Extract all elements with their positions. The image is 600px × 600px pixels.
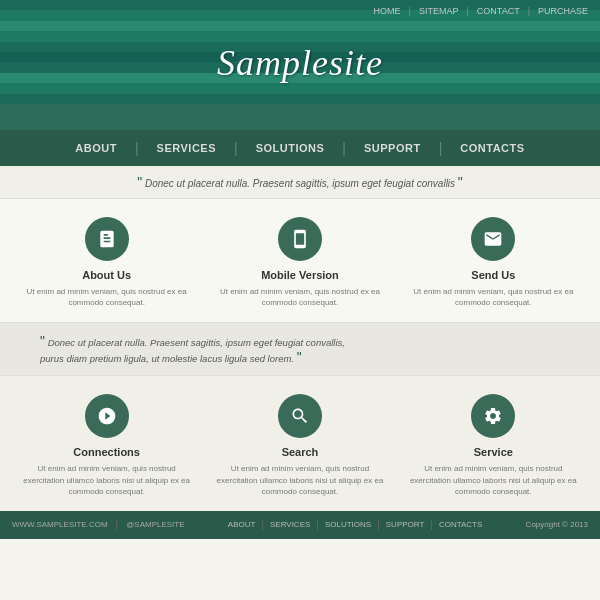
service-service: Service Ut enim ad minim veniam, quis no… xyxy=(406,394,580,497)
service-search-text: Ut enim ad minim veniam, quis nostrud ex… xyxy=(213,463,387,497)
header-banner: HOME | SITEMAP | CONTACT | PURCHASE Samp… xyxy=(0,0,600,130)
feature-about-text: Ut enim ad minim veniam, quis nostrud ex… xyxy=(20,286,194,308)
about-icon xyxy=(85,217,129,261)
service-connections-text: Ut enim ad minim veniam, quis nostrud ex… xyxy=(20,463,194,497)
footer-copyright: Copyright © 2013 xyxy=(526,520,588,529)
top-nav-sitemap[interactable]: SITEMAP xyxy=(419,6,459,16)
site-title: Samplesite xyxy=(0,22,600,94)
quote-bar-1: " Donec ut placerat nulla. Praesent sagi… xyxy=(0,166,600,199)
top-nav-home[interactable]: HOME xyxy=(374,6,401,16)
main-nav-about[interactable]: ABOUT xyxy=(57,142,135,154)
feature-send-title: Send Us xyxy=(406,269,580,281)
service-service-title: Service xyxy=(406,446,580,458)
service-search: Search Ut enim ad minim veniam, quis nos… xyxy=(213,394,387,497)
top-nav-purchase[interactable]: PURCHASE xyxy=(538,6,588,16)
service-connections-title: Connections xyxy=(20,446,194,458)
footer-nav-about[interactable]: ABOUT xyxy=(228,520,256,529)
footer-website[interactable]: WWW.SAMPLESITE.COM xyxy=(12,520,108,529)
main-nav: ABOUT | SERVICES | SOLUTIONS | SUPPORT |… xyxy=(0,130,600,166)
features-section: About Us Ut enim ad minim veniam, quis n… xyxy=(0,199,600,322)
footer-nav-support[interactable]: SUPPORT xyxy=(386,520,425,529)
service-connections: Connections Ut enim ad minim veniam, qui… xyxy=(20,394,194,497)
service-service-text: Ut enim ad minim veniam, quis nostrud ex… xyxy=(406,463,580,497)
send-icon xyxy=(471,217,515,261)
top-nav: HOME | SITEMAP | CONTACT | PURCHASE xyxy=(0,0,600,22)
feature-mobile-title: Mobile Version xyxy=(213,269,387,281)
footer-left: WWW.SAMPLESITE.COM | @SAMPLESITE xyxy=(12,519,185,530)
feature-send-text: Ut enim ad minim veniam, quis nostrud ex… xyxy=(406,286,580,308)
search-icon xyxy=(278,394,322,438)
footer-nav-solutions[interactable]: SOLUTIONS xyxy=(325,520,371,529)
feature-mobile: Mobile Version Ut enim ad minim veniam, … xyxy=(213,217,387,308)
mobile-icon xyxy=(278,217,322,261)
main-nav-services[interactable]: SERVICES xyxy=(139,142,234,154)
footer-nav: ABOUT | SERVICES | SOLUTIONS | SUPPORT |… xyxy=(228,519,482,530)
footer-nav-services[interactable]: SERVICES xyxy=(270,520,310,529)
service-search-title: Search xyxy=(213,446,387,458)
feature-mobile-text: Ut enim ad minim veniam, quis nostrud ex… xyxy=(213,286,387,308)
main-nav-contacts[interactable]: CONTACTS xyxy=(442,142,542,154)
footer-social[interactable]: @SAMPLESITE xyxy=(126,520,184,529)
quote-text-1: Donec ut placerat nulla. Praesent sagitt… xyxy=(145,178,455,189)
quote-bar-2: " Donec ut placerat nulla. Praesent sagi… xyxy=(0,322,600,376)
feature-send: Send Us Ut enim ad minim veniam, quis no… xyxy=(406,217,580,308)
feature-about-title: About Us xyxy=(20,269,194,281)
connections-icon xyxy=(85,394,129,438)
top-nav-contact[interactable]: CONTACT xyxy=(477,6,520,16)
gear-icon xyxy=(471,394,515,438)
main-nav-solutions[interactable]: SOLUTIONS xyxy=(238,142,343,154)
footer: WWW.SAMPLESITE.COM | @SAMPLESITE ABOUT |… xyxy=(0,511,600,539)
feature-about: About Us Ut enim ad minim veniam, quis n… xyxy=(20,217,194,308)
services-section: Connections Ut enim ad minim veniam, qui… xyxy=(0,376,600,511)
footer-nav-contacts[interactable]: CONTACTS xyxy=(439,520,482,529)
main-nav-support[interactable]: SUPPORT xyxy=(346,142,439,154)
